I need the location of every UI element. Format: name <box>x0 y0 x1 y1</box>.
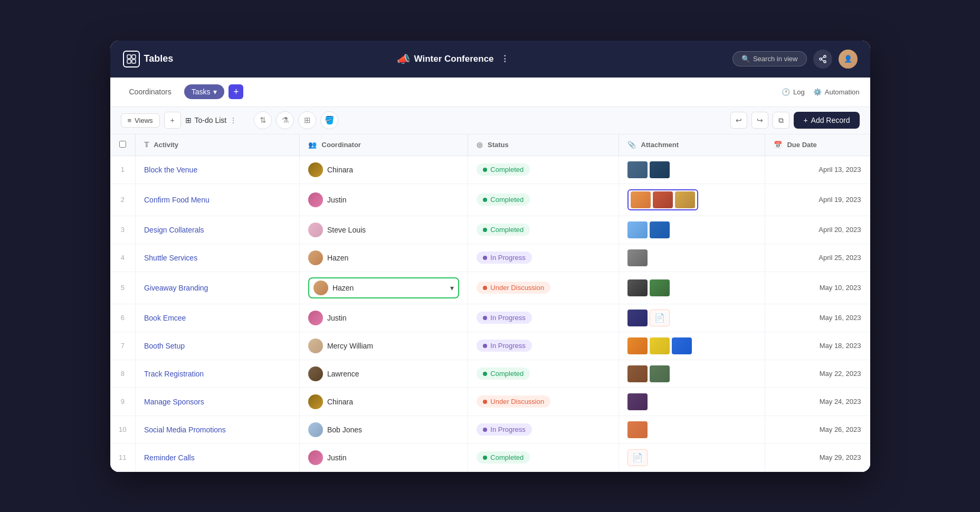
attachment-thumbnail[interactable] <box>631 191 651 208</box>
attachment-thumbnail[interactable]: 📄 <box>650 310 670 326</box>
attachment-thumbnail[interactable] <box>675 191 695 208</box>
attachment-thumbnail[interactable] <box>627 421 648 438</box>
status-badge: Under Discussion <box>477 395 550 408</box>
view-label: ⊞ To-do List ⋮ <box>185 116 237 124</box>
avatar <box>308 450 323 465</box>
views-button[interactable]: ≡ Views <box>121 113 160 128</box>
activity-cell[interactable]: Booth Setup <box>136 332 300 360</box>
attachment-thumbnail[interactable] <box>672 337 692 354</box>
copy-button[interactable]: ⧉ <box>773 112 789 129</box>
avatar <box>308 394 323 409</box>
attachment-thumbnail[interactable] <box>653 191 673 208</box>
activity-cell[interactable]: Social Media Promotions <box>136 416 300 443</box>
activity-cell[interactable]: Book Emcee <box>136 304 300 332</box>
attachment-thumbnail[interactable] <box>627 249 648 266</box>
coordinator-name: Hazen <box>332 284 354 292</box>
status-badge: In Progress <box>477 312 531 324</box>
coordinator-cell: Steve Louis <box>299 216 468 244</box>
activity-cell[interactable]: Manage Sponsors <box>136 388 300 416</box>
log-button[interactable]: 🕐 Log <box>782 88 805 96</box>
search-button[interactable]: 🔍 Search in view <box>732 51 807 66</box>
attachment-thumbnail[interactable] <box>627 279 648 296</box>
activity-cell[interactable]: Confirm Food Menu <box>136 183 300 216</box>
table-row: 9Manage SponsorsChinaraUnder DiscussionM… <box>110 388 870 416</box>
attachment-thumbnail[interactable] <box>627 337 648 354</box>
tab-coordinators[interactable]: Coordinators <box>121 84 180 99</box>
paint-button[interactable]: 🪣 <box>320 111 338 129</box>
attachment-cell[interactable] <box>619 244 765 272</box>
svg-point-5 <box>820 58 822 60</box>
avatar <box>308 311 323 325</box>
attachment-cell[interactable] <box>619 272 765 304</box>
clock-icon: 🕐 <box>782 88 790 96</box>
attachment-cell[interactable] <box>619 388 765 416</box>
group-button[interactable]: ⊞ <box>298 111 316 129</box>
sort-button[interactable]: ⇅ <box>254 111 272 129</box>
activity-cell[interactable]: Design Collaterals <box>136 216 300 244</box>
avatar <box>308 162 323 177</box>
col-activity: 𝕋 Activity <box>136 134 300 156</box>
add-record-button[interactable]: + Add Record <box>794 112 859 129</box>
logo-icon <box>123 51 140 67</box>
attachment-cell[interactable]: 📄 <box>619 443 765 471</box>
automation-button[interactable]: ⚙️ Automation <box>813 88 860 96</box>
status-badge: In Progress <box>477 252 531 264</box>
attachment-thumbnail[interactable] <box>627 221 648 238</box>
add-view-button[interactable]: + <box>164 112 181 129</box>
attachment-cell[interactable] <box>619 216 765 244</box>
add-tab-button[interactable]: + <box>229 84 243 99</box>
activity-cell[interactable]: Reminder Calls <box>136 443 300 471</box>
activity-cell[interactable]: Track Registration <box>136 360 300 388</box>
filter-button[interactable]: ⚗ <box>276 111 294 129</box>
view-options-icon[interactable]: ⋮ <box>230 116 237 124</box>
activity-col-icon: 𝕋 <box>144 141 149 149</box>
attachment-thumbnail[interactable] <box>627 310 648 326</box>
status-cell: In Progress <box>468 416 619 443</box>
table-header-row: 𝕋 Activity 👥 Coordinator ◎ Status 📎 Atta… <box>110 134 870 156</box>
coordinator-name: Bob Jones <box>327 426 362 434</box>
attachment-thumbnail[interactable] <box>627 161 648 178</box>
coordinator-cell[interactable]: Hazen▾ <box>299 272 468 304</box>
coordinator-name: Chinara <box>327 166 353 174</box>
attachment-cell[interactable] <box>619 332 765 360</box>
app-window: Tables 📣 Winter Conference ⋮ 🔍 Search in… <box>110 41 870 472</box>
col-checkbox <box>110 134 136 156</box>
attachment-thumbnail[interactable] <box>650 279 670 296</box>
attachment-thumbnail[interactable]: 📄 <box>627 449 648 466</box>
user-avatar[interactable]: 👤 <box>839 50 858 69</box>
svg-rect-1 <box>132 55 136 59</box>
avatar <box>308 366 323 381</box>
attachment-thumbnail[interactable] <box>650 337 670 354</box>
redo-button[interactable]: ↪ <box>751 112 768 129</box>
attachment-cell[interactable] <box>619 360 765 388</box>
attachment-thumbnail[interactable] <box>650 365 670 382</box>
activity-cell[interactable]: Shuttle Services <box>136 244 300 272</box>
status-badge: In Progress <box>477 340 531 352</box>
activity-cell[interactable]: Giveaway Branding <box>136 272 300 304</box>
title-menu-icon[interactable]: ⋮ <box>500 53 509 64</box>
due-date-cell: April 25, 2023 <box>765 244 870 272</box>
svg-line-8 <box>822 60 824 61</box>
attachment-cell[interactable] <box>619 183 765 216</box>
coordinator-name: Justin <box>327 314 347 322</box>
undo-button[interactable]: ↩ <box>730 112 747 129</box>
status-cell: In Progress <box>468 304 619 332</box>
header-center: 📣 Winter Conference ⋮ <box>182 53 724 65</box>
attachment-cell[interactable]: 📄 <box>619 304 765 332</box>
row-number: 8 <box>110 360 136 388</box>
share-button[interactable] <box>813 50 832 69</box>
attachment-thumbnail[interactable] <box>650 161 670 178</box>
tab-tasks[interactable]: Tasks ▾ <box>184 84 225 99</box>
row-number: 9 <box>110 388 136 416</box>
coordinator-col-icon: 👥 <box>308 141 317 149</box>
search-icon: 🔍 <box>741 55 750 63</box>
attachment-thumbnail[interactable] <box>650 221 670 238</box>
app-logo[interactable]: Tables <box>123 51 174 67</box>
activity-cell[interactable]: Block the Venue <box>136 156 300 183</box>
attachment-thumbnail[interactable] <box>627 393 648 410</box>
select-all-checkbox[interactable] <box>119 141 126 148</box>
table-row: 5Giveaway BrandingHazen▾Under Discussion… <box>110 272 870 304</box>
attachment-thumbnail[interactable] <box>627 365 648 382</box>
attachment-cell[interactable] <box>619 416 765 443</box>
attachment-cell[interactable] <box>619 156 765 183</box>
